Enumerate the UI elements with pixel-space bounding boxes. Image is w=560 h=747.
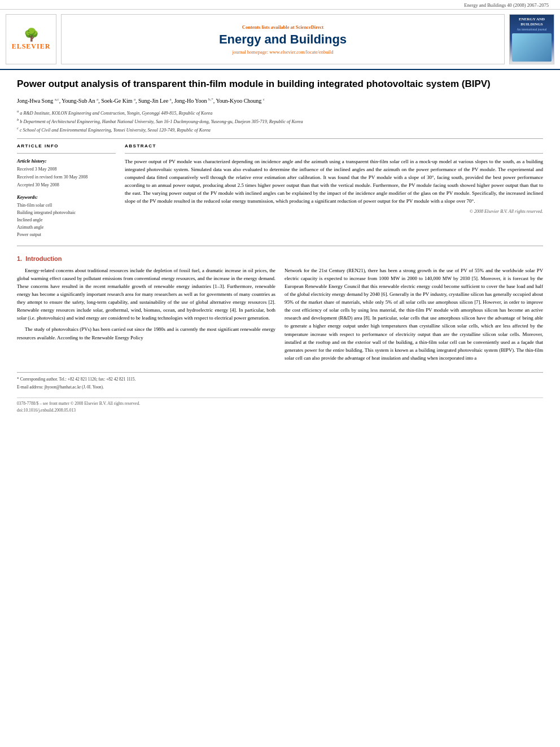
footnote-email: E-mail address: jhyoon@hanhat.ac.kr (J.-… <box>17 384 543 391</box>
body-right-col: Network for the 21st Century (REN21), th… <box>285 267 543 365</box>
article-body: Power output analysis of transparent thi… <box>0 70 560 422</box>
journal-header: 🌳 ELSEVIER Contents lists available at S… <box>0 10 560 70</box>
received-date: Received 3 May 2008 <box>17 166 116 173</box>
sciencedirect-brand[interactable]: ScienceDirect <box>296 24 323 30</box>
section-name: Introduction <box>25 255 62 262</box>
cover-image <box>512 33 552 62</box>
article-info-col: ARTICLE INFO Article history: Received 3… <box>17 143 116 239</box>
section-title: 1. Introduction <box>17 255 543 262</box>
journal-title: Energy and Buildings <box>219 32 347 47</box>
affiliation-c: c c School of Civil and Environmental En… <box>17 125 543 134</box>
intro-left-para1: Energy-related concerns about traditiona… <box>17 267 275 322</box>
page: Energy and Buildings 40 (2008) 2067–2075… <box>0 0 560 422</box>
authors-line: Jong-Hwa Song a,c, Young-Sub An a, Soek-… <box>17 97 543 106</box>
copyright: © 2008 Elsevier B.V. All rights reserved… <box>125 209 543 214</box>
article-title: Power output analysis of transparent thi… <box>17 78 543 91</box>
affiliation-b: b b Department of Architectural Engineer… <box>17 117 543 125</box>
footer-doi: doi:10.1016/j.enbuild.2008.05.013 <box>17 407 140 414</box>
body-left-col: Energy-related concerns about traditiona… <box>17 267 275 365</box>
keyword-5: Power output <box>17 231 116 238</box>
keywords-section: Keywords: Thin-film solar cell Building … <box>17 194 116 238</box>
divider-mid <box>17 246 543 246</box>
introduction-section: 1. Introduction Energy-related concerns … <box>17 255 543 365</box>
body-two-col: Energy-related concerns about traditiona… <box>17 267 543 365</box>
divider-top <box>17 138 543 139</box>
keywords-label: Keywords: <box>17 194 116 200</box>
cover-subtitle: An international journal <box>517 28 547 31</box>
received-revised-date: Received in revised form 30 May 2008 <box>17 174 116 181</box>
abstract-header: ABSTRACT <box>125 143 543 148</box>
history-label: Article history: <box>17 158 116 164</box>
elsevier-tree-icon: 🌳 <box>24 28 39 42</box>
divider-info <box>17 153 116 154</box>
keyword-3: Inclined angle <box>17 217 116 224</box>
keyword-4: Azimuth angle <box>17 224 116 231</box>
affiliation-a: a a R&D Institute, KOLON Engineering and… <box>17 108 543 117</box>
contents-label: Contents lists available at <box>242 24 295 30</box>
affiliations: a a R&D Institute, KOLON Engineering and… <box>17 108 543 134</box>
authors-text: Jong-Hwa Song a,c, Young-Sub An a, Soek-… <box>17 98 265 104</box>
article-info-header: ARTICLE INFO <box>17 143 116 148</box>
elsevier-brand: ELSEVIER <box>12 42 51 51</box>
footnote-section: * Corresponding author. Tel.: +82 42 821… <box>17 372 543 391</box>
journal-center: Contents lists available at ScienceDirec… <box>61 14 505 64</box>
abstract-text: The power output of PV module was charac… <box>125 158 543 206</box>
article-info-abstract: ARTICLE INFO Article history: Received 3… <box>17 143 543 239</box>
sciencedirect-line: Contents lists available at ScienceDirec… <box>242 24 323 30</box>
journal-citation: Energy and Buildings 40 (2008) 2067–2075 <box>464 2 549 8</box>
section-number: 1. <box>17 255 22 262</box>
elsevier-logo: 🌳 ELSEVIER <box>6 14 56 64</box>
journal-cover-image: ENERGY AND BUILDINGS An international jo… <box>509 14 554 64</box>
top-bar: Energy and Buildings 40 (2008) 2067–2075 <box>0 0 560 10</box>
footer-issn: 0378-7788/$ – see front matter © 2008 El… <box>17 400 140 407</box>
keyword-2: Building integrated photovoltaic <box>17 209 116 216</box>
intro-left-para2: The study of photovoltaics (PVs) has bee… <box>17 325 275 341</box>
keyword-1: Thin-film solar cell <box>17 202 116 209</box>
accepted-date: Accepted 30 May 2008 <box>17 182 116 189</box>
footer-left: 0378-7788/$ – see front matter © 2008 El… <box>17 400 140 414</box>
abstract-col: ABSTRACT The power output of PV module w… <box>125 143 543 239</box>
footnote-corresponding: * Corresponding author. Tel.: +82 42 821… <box>17 376 543 383</box>
divider-abstract <box>125 153 543 154</box>
intro-right-para1: Network for the 21st Century (REN21), th… <box>285 267 543 362</box>
homepage-label: journal homepage: www.elsevier.com/locat… <box>233 49 334 55</box>
cover-title: ENERGY AND BUILDINGS <box>512 17 552 27</box>
journal-homepage: journal homepage: www.elsevier.com/locat… <box>233 49 334 55</box>
footer-bar: 0378-7788/$ – see front matter © 2008 El… <box>17 397 543 414</box>
